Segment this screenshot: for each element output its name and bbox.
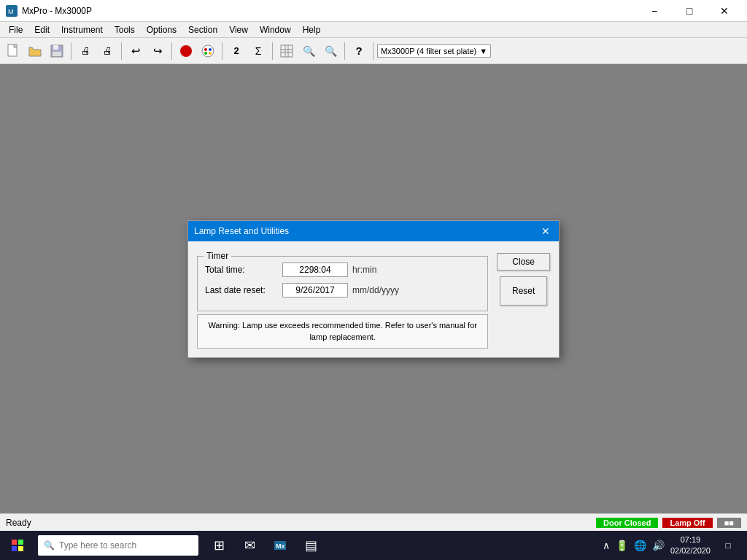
print-preview-button[interactable]: 🖨 bbox=[75, 41, 96, 61]
svg-point-6 bbox=[180, 45, 192, 57]
print-button[interactable]: 🖨 bbox=[97, 41, 117, 61]
toolbar-separator-5 bbox=[272, 42, 273, 60]
timer-group: Timer Total time: hr:min Last date reset… bbox=[197, 256, 488, 311]
taskbar-app-3[interactable]: Mx bbox=[266, 531, 295, 560]
device-selector-value: Mx3000P (4 filter set plate) bbox=[381, 47, 476, 55]
toolbar-separator-6 bbox=[344, 42, 345, 60]
svg-point-10 bbox=[204, 52, 207, 55]
status-right: Door Closed Lamp Off ■■ bbox=[596, 518, 741, 528]
taskbar-app-1[interactable]: ⊞ bbox=[204, 531, 233, 560]
svg-point-7 bbox=[202, 45, 214, 57]
dialog-body: Timer Total time: hr:min Last date reset… bbox=[188, 241, 559, 357]
volume-icon[interactable]: 🔊 bbox=[652, 540, 665, 551]
menu-instrument[interactable]: Instrument bbox=[55, 23, 109, 36]
menu-section[interactable]: Section bbox=[182, 23, 223, 36]
minimize-button[interactable]: − bbox=[638, 3, 671, 19]
main-content: Lamp Reset and Utilities ✕ Timer Total t… bbox=[0, 64, 747, 513]
svg-rect-19 bbox=[12, 546, 17, 551]
dialog-close-button[interactable]: ✕ bbox=[538, 224, 553, 238]
svg-text:Mx: Mx bbox=[276, 542, 285, 550]
title-bar: M MxPro - Mx3000P − □ ✕ bbox=[0, 0, 747, 22]
total-time-unit: hr:min bbox=[352, 265, 376, 275]
svg-rect-17 bbox=[12, 540, 17, 545]
search1-button[interactable]: 🔍 bbox=[298, 41, 319, 61]
total-time-input[interactable] bbox=[282, 262, 348, 277]
svg-rect-18 bbox=[18, 540, 23, 545]
svg-rect-5 bbox=[53, 52, 61, 56]
search2-button[interactable]: 🔍 bbox=[320, 41, 341, 61]
status-bar: Ready Door Closed Lamp Off ■■ bbox=[0, 513, 747, 531]
total-time-row: Total time: hr:min bbox=[205, 262, 480, 277]
taskbar-right: ∧ 🔋 🌐 🔊 07:19 02/02/2020 □ bbox=[595, 531, 747, 560]
svg-rect-4 bbox=[53, 45, 58, 50]
network-icon: 🌐 bbox=[634, 540, 646, 551]
toolbar-separator-7 bbox=[373, 42, 374, 60]
toolbar-separator-3 bbox=[171, 42, 172, 60]
lamp-reset-dialog: Lamp Reset and Utilities ✕ Timer Total t… bbox=[187, 220, 560, 358]
close-button[interactable]: Close bbox=[497, 253, 550, 271]
app-icon: M bbox=[6, 5, 18, 17]
toolbar-separator-4 bbox=[222, 42, 222, 60]
menu-help[interactable]: Help bbox=[297, 23, 327, 36]
warning-text: Warning: Lamp use exceeds recommended ti… bbox=[208, 321, 477, 342]
stop-button[interactable] bbox=[176, 41, 196, 61]
battery-icon: 🔋 bbox=[616, 540, 628, 551]
taskbar-apps: ⊞ ✉ Mx ▤ bbox=[204, 531, 325, 560]
reset-button[interactable]: Reset bbox=[500, 276, 547, 306]
window-title: MxPro - Mx3000P bbox=[22, 6, 92, 16]
lamp-status-badge: Lamp Off bbox=[662, 518, 712, 528]
svg-point-8 bbox=[204, 48, 207, 51]
last-date-reset-row: Last date reset: mm/dd/yyyy bbox=[205, 283, 480, 298]
last-date-reset-label: Last date reset: bbox=[205, 285, 278, 295]
redo-button[interactable]: ↪ bbox=[147, 41, 168, 61]
timer-group-legend: Timer bbox=[204, 251, 231, 261]
status-ready: Ready bbox=[6, 518, 31, 528]
undo-button[interactable]: ↩ bbox=[125, 41, 146, 61]
wells-button[interactable]: 2 bbox=[226, 41, 247, 61]
grid-button[interactable] bbox=[276, 41, 297, 61]
device-selector-chevron: ▼ bbox=[479, 47, 487, 55]
help-toolbar-button[interactable]: ? bbox=[349, 41, 369, 61]
plate-button[interactable] bbox=[198, 41, 218, 61]
menu-view[interactable]: View bbox=[223, 23, 254, 36]
toolbar-separator-1 bbox=[71, 42, 71, 60]
svg-point-9 bbox=[209, 48, 212, 51]
search-input[interactable] bbox=[59, 540, 193, 551]
door-status-badge: Door Closed bbox=[596, 518, 658, 528]
dialog-right-panel: Close Reset bbox=[497, 250, 550, 349]
taskbar-app-2[interactable]: ✉ bbox=[235, 531, 264, 560]
sigma-button[interactable]: Σ bbox=[248, 41, 268, 61]
device-selector[interactable]: Mx3000P (4 filter set plate) ▼ bbox=[377, 44, 491, 58]
chevron-icon[interactable]: ∧ bbox=[603, 540, 610, 551]
menu-options[interactable]: Options bbox=[141, 23, 182, 36]
new-button[interactable] bbox=[3, 41, 23, 61]
start-button[interactable] bbox=[0, 531, 35, 560]
close-window-button[interactable]: ✕ bbox=[708, 3, 741, 19]
clock-time: 07:19 bbox=[670, 534, 711, 545]
search-bar[interactable]: 🔍 bbox=[38, 535, 198, 556]
svg-point-11 bbox=[209, 52, 212, 55]
taskbar-clock[interactable]: 07:19 02/02/2020 bbox=[670, 534, 711, 557]
sys-icons: ∧ 🔋 🌐 🔊 bbox=[603, 540, 665, 551]
menu-bar: File Edit Instrument Tools Options Secti… bbox=[0, 22, 747, 38]
dialog-title-bar: Lamp Reset and Utilities ✕ bbox=[188, 221, 559, 241]
save-button[interactable] bbox=[47, 41, 67, 61]
taskbar-app-4[interactable]: ▤ bbox=[296, 531, 325, 560]
menu-tools[interactable]: Tools bbox=[109, 23, 141, 36]
menu-file[interactable]: File bbox=[3, 23, 28, 36]
dialog-title: Lamp Reset and Utilities bbox=[194, 226, 289, 236]
last-date-reset-unit: mm/dd/yyyy bbox=[352, 285, 399, 295]
toolbar: 🖨 🖨 ↩ ↪ 2 Σ 🔍 🔍 ? Mx3000P (4 filter set … bbox=[0, 38, 747, 64]
maximize-button[interactable]: □ bbox=[673, 3, 706, 19]
window-controls: − □ ✕ bbox=[638, 3, 741, 19]
dialog-left-panel: Timer Total time: hr:min Last date reset… bbox=[197, 250, 488, 349]
taskbar: 🔍 ⊞ ✉ Mx ▤ ∧ 🔋 🌐 🔊 07:19 02/02/2020 □ bbox=[0, 531, 747, 560]
open-button[interactable] bbox=[25, 41, 45, 61]
total-time-label: Total time: bbox=[205, 265, 278, 275]
svg-rect-20 bbox=[18, 546, 23, 551]
last-date-reset-input[interactable] bbox=[282, 283, 348, 298]
menu-edit[interactable]: Edit bbox=[28, 23, 55, 36]
notification-button[interactable]: □ bbox=[716, 531, 740, 560]
svg-rect-12 bbox=[281, 45, 293, 57]
menu-window[interactable]: Window bbox=[254, 23, 297, 36]
